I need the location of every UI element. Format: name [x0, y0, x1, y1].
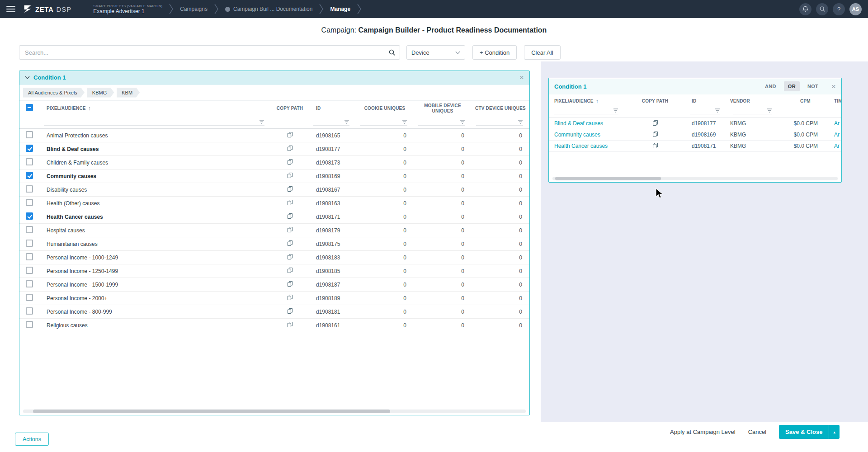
copy-icon[interactable] [288, 200, 292, 205]
table-row[interactable]: Children & Family causes d1908173 0 0 0 [19, 156, 529, 170]
copy-path-cell[interactable] [626, 143, 684, 150]
scrollbar-thumb[interactable] [555, 177, 660, 180]
copy-icon[interactable] [288, 159, 292, 165]
filter-pixel-audience[interactable] [554, 108, 618, 114]
copy-icon[interactable] [288, 213, 292, 219]
filter-cookie-uniques[interactable] [360, 118, 407, 126]
copy-path-cell[interactable] [271, 186, 309, 193]
copy-path-cell[interactable] [626, 132, 684, 138]
copy-path-cell[interactable] [271, 159, 309, 166]
copy-icon[interactable] [653, 143, 658, 148]
table-row[interactable]: Personal Income - 1000-1249 d1908183 0 0… [19, 251, 529, 264]
copy-path-cell[interactable] [626, 120, 684, 127]
operator-or[interactable]: OR [784, 81, 800, 91]
table-row[interactable]: Humanitarian causes d1908175 0 0 0 [19, 237, 529, 251]
copy-icon[interactable] [288, 240, 292, 246]
copy-icon[interactable] [653, 120, 658, 126]
save-close-label[interactable]: Save & Close [779, 425, 829, 439]
breadcrumb-campaigns[interactable]: Campaigns [174, 0, 214, 18]
copy-icon[interactable] [288, 132, 292, 137]
apply-campaign-level-link[interactable]: Apply at Campaign Level [670, 428, 736, 435]
breadcrumb-campaign[interactable]: Campaign Buil ... Documentation [219, 0, 319, 18]
save-dropdown-caret-icon[interactable]: ▴ [829, 425, 840, 439]
sort-ascending-icon[interactable]: ↑ [596, 98, 599, 105]
row-checkbox[interactable] [26, 267, 33, 274]
device-dropdown[interactable]: Device [406, 45, 465, 60]
column-cpm[interactable]: CPM [779, 99, 831, 104]
copy-icon[interactable] [288, 227, 292, 232]
copy-path-cell[interactable] [271, 295, 309, 301]
copy-path-cell[interactable] [271, 254, 309, 261]
row-checkbox[interactable] [26, 199, 33, 206]
row-checkbox[interactable] [26, 253, 33, 260]
time-value[interactable]: Ar [831, 132, 842, 138]
copy-icon[interactable] [288, 186, 292, 192]
collapse-chevron-icon[interactable] [25, 76, 30, 79]
copy-path-cell[interactable] [271, 132, 309, 139]
close-condition-icon[interactable]: × [831, 83, 836, 90]
filter-pixel-audience[interactable] [44, 118, 264, 126]
breadcrumb-advertiser[interactable]: SMART PROJECTS (VARIABLE MARGIN) Example… [87, 0, 169, 18]
column-pixel-audience[interactable]: PIXEL/AUDIENCE ↑ [549, 98, 626, 105]
row-checkbox[interactable] [26, 212, 33, 220]
table-row[interactable]: Health (Other) causes d1908163 0 0 0 [19, 197, 529, 210]
copy-path-cell[interactable] [271, 200, 309, 207]
operator-not[interactable]: NOT [803, 81, 822, 91]
filter-ctv-device-uniques[interactable] [476, 118, 523, 126]
copy-path-cell[interactable] [271, 227, 309, 234]
search-button[interactable] [816, 3, 828, 15]
copy-icon[interactable] [288, 173, 292, 178]
row-checkbox[interactable] [26, 294, 33, 301]
audience-link[interactable]: Community causes [549, 132, 626, 138]
column-vendor[interactable]: VENDOR [727, 99, 779, 104]
operator-and[interactable]: AND [761, 81, 780, 91]
row-checkbox[interactable] [26, 307, 33, 315]
user-avatar[interactable]: AS [849, 3, 862, 15]
copy-path-cell[interactable] [271, 281, 309, 288]
row-checkbox[interactable] [26, 321, 33, 328]
column-cookie-uniques[interactable]: COOKIE UNIQUES [356, 106, 414, 112]
table-row[interactable]: Personal Income - 1500-1999 d1908187 0 0… [19, 278, 529, 292]
horizontal-scrollbar[interactable] [552, 177, 838, 180]
horizontal-scrollbar[interactable] [23, 410, 526, 413]
table-row[interactable]: Community causes d1908169 0 0 0 [19, 170, 529, 183]
copy-path-cell[interactable] [271, 308, 309, 315]
column-id[interactable]: ID [684, 99, 727, 104]
time-value[interactable]: Ar [831, 120, 842, 127]
table-row[interactable]: Hospital causes d1908179 0 0 0 [19, 224, 529, 237]
copy-path-cell[interactable] [271, 322, 309, 329]
copy-path-cell[interactable] [271, 213, 309, 220]
filter-id[interactable] [690, 108, 720, 114]
path-chip[interactable]: KBMG [87, 88, 114, 98]
time-value[interactable]: Ar [831, 143, 842, 149]
row-checkbox[interactable] [26, 240, 33, 247]
table-row[interactable]: Personal Income - 800-999 d1908181 0 0 0 [19, 305, 529, 319]
row-checkbox[interactable] [26, 158, 33, 165]
table-row[interactable]: Blind & Deaf causes d1908177 0 0 0 [19, 142, 529, 156]
notifications-button[interactable] [799, 3, 811, 15]
breadcrumb-manage[interactable]: Manage [324, 0, 357, 18]
select-all-checkbox[interactable] [26, 104, 33, 111]
copy-icon[interactable] [288, 322, 292, 327]
menu-icon[interactable] [6, 6, 15, 12]
row-checkbox[interactable] [26, 145, 33, 152]
close-condition-icon[interactable]: × [519, 74, 524, 81]
clear-all-button[interactable]: Clear All [524, 45, 560, 60]
table-row[interactable]: Personal Income - 1250-1499 d1908185 0 0… [19, 264, 529, 278]
copy-icon[interactable] [288, 254, 292, 259]
table-row[interactable]: Personal Income - 2000+ d1908189 0 0 0 [19, 292, 529, 305]
sort-ascending-icon[interactable]: ↑ [88, 105, 91, 112]
copy-icon[interactable] [288, 146, 292, 151]
copy-icon[interactable] [288, 308, 292, 314]
cancel-link[interactable]: Cancel [748, 428, 766, 435]
table-row[interactable]: Disability causes d1908167 0 0 0 [19, 183, 529, 197]
copy-path-cell[interactable] [271, 173, 309, 179]
save-close-button[interactable]: Save & Close ▴ [779, 425, 840, 439]
column-ctv-device-uniques[interactable]: CTV DEVICE UNIQUES [472, 106, 529, 112]
scrollbar-thumb[interactable] [33, 410, 390, 413]
row-checkbox[interactable] [26, 131, 33, 138]
copy-icon[interactable] [653, 132, 658, 137]
copy-icon[interactable] [288, 268, 292, 273]
actions-button[interactable]: Actions [15, 433, 49, 446]
copy-icon[interactable] [288, 295, 292, 300]
